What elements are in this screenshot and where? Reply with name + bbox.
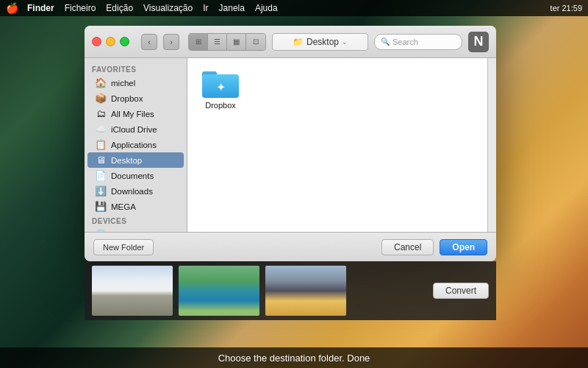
search-icon: 🔍 bbox=[381, 38, 390, 46]
cancel-button[interactable]: Cancel bbox=[381, 239, 434, 255]
menu-edicao[interactable]: Edição bbox=[106, 3, 133, 13]
file-item-dropbox[interactable]: ✦ Dropbox bbox=[195, 66, 246, 113]
applications-icon: 📋 bbox=[95, 139, 107, 150]
home-icon: 🏠 bbox=[95, 77, 107, 88]
location-chevron: ⌄ bbox=[342, 38, 348, 46]
main-area: Favorites 🏠 michel 📦 Dropbox 🗂 All My Fi… bbox=[85, 58, 496, 232]
dropbox-folder-icon: ✦ bbox=[202, 68, 239, 98]
convert-button[interactable]: Convert bbox=[433, 283, 489, 299]
sidebar-label-icloud-drive: iCloud Drive bbox=[111, 125, 157, 134]
new-folder-top-button[interactable]: N bbox=[468, 32, 489, 52]
sidebar-item-all-my-files[interactable]: 🗂 All My Files bbox=[87, 106, 184, 121]
column-view-button[interactable]: ▦ bbox=[227, 34, 246, 50]
sidebar-label-applications: Applications bbox=[111, 141, 157, 149]
favorites-label: Favorites bbox=[85, 63, 187, 75]
file-area: ✦ Dropbox bbox=[187, 58, 487, 232]
scrollbar[interactable] bbox=[487, 58, 496, 232]
search-placeholder: Search bbox=[392, 38, 418, 46]
sidebar-item-applications[interactable]: 📋 Applications bbox=[87, 137, 184, 152]
minimize-button[interactable] bbox=[106, 37, 115, 46]
documents-icon: 📄 bbox=[95, 170, 107, 181]
downloads-icon: ⬇️ bbox=[95, 185, 107, 197]
status-message: Choose the destination folder. Done bbox=[218, 353, 370, 364]
location-label: Desktop bbox=[306, 37, 339, 47]
maximize-button[interactable] bbox=[120, 37, 129, 46]
location-bar: 📁 Desktop ⌄ bbox=[272, 33, 368, 51]
thumbnail-mountain[interactable] bbox=[92, 266, 173, 316]
bottom-bar: New Folder Cancel Open bbox=[85, 232, 496, 261]
sidebar-item-desktop[interactable]: 🖥 Desktop bbox=[87, 152, 184, 168]
sidebar-item-documents[interactable]: 📄 Documents bbox=[87, 168, 184, 183]
menu-ir[interactable]: Ir bbox=[203, 3, 208, 13]
dropbox-folder-label: Dropbox bbox=[205, 101, 236, 110]
sidebar-item-icloud-drive[interactable]: ☁️ iCloud Drive bbox=[87, 121, 184, 137]
view-buttons: ⊞ ☰ ▦ ⊡ bbox=[188, 33, 266, 51]
open-button[interactable]: Open bbox=[440, 239, 487, 255]
list-view-button[interactable]: ☰ bbox=[208, 34, 227, 50]
sidebar-item-michel[interactable]: 🏠 michel bbox=[87, 75, 184, 91]
menubar-right: ter 21:59 bbox=[551, 4, 582, 13]
mega-icon: 💾 bbox=[95, 201, 107, 212]
sidebar-item-dropbox[interactable]: 📦 Dropbox bbox=[87, 91, 184, 106]
search-box[interactable]: 🔍 Search bbox=[374, 34, 462, 50]
new-folder-button[interactable]: New Folder bbox=[93, 239, 154, 255]
menu-ficheiro[interactable]: Ficheiro bbox=[65, 3, 96, 13]
coverflow-view-button[interactable]: ⊡ bbox=[246, 34, 265, 50]
desktop-icon: 🖥 bbox=[95, 155, 107, 166]
all-files-icon: 🗂 bbox=[95, 108, 107, 119]
forward-button[interactable]: › bbox=[163, 34, 179, 50]
sidebar-label-mega: MEGA bbox=[111, 202, 136, 211]
menu-ajuda[interactable]: Ajuda bbox=[255, 3, 278, 13]
icloud-icon: ☁️ bbox=[95, 124, 107, 135]
menu-finder[interactable]: Finder bbox=[27, 3, 54, 13]
menu-items: Finder Ficheiro Edição Visualização Ir J… bbox=[27, 3, 551, 13]
folder-icon: 📁 bbox=[293, 37, 304, 47]
dropbox-symbol: ✦ bbox=[216, 80, 226, 94]
sidebar-label-dropbox: Dropbox bbox=[111, 94, 143, 103]
icon-view-button[interactable]: ⊞ bbox=[189, 34, 208, 50]
traffic-lights bbox=[92, 37, 129, 46]
thumbnail-lake[interactable] bbox=[179, 266, 259, 316]
sidebar: Favorites 🏠 michel 📦 Dropbox 🗂 All My Fi… bbox=[85, 58, 187, 232]
menubar-time: ter 21:59 bbox=[551, 4, 582, 13]
devices-label: Devices bbox=[85, 214, 187, 227]
sidebar-item-mega[interactable]: 💾 MEGA bbox=[87, 199, 184, 214]
menu-janela[interactable]: Janela bbox=[219, 3, 245, 13]
thumbnails-bar: Convert bbox=[85, 261, 496, 320]
sidebar-label-all-my-files: All My Files bbox=[111, 110, 154, 118]
close-button[interactable] bbox=[92, 37, 101, 46]
back-button[interactable]: ‹ bbox=[141, 34, 157, 50]
bottom-actions: Cancel Open bbox=[381, 239, 487, 255]
dropbox-icon: 📦 bbox=[95, 93, 107, 104]
sidebar-item-downloads[interactable]: ⬇️ Downloads bbox=[87, 183, 184, 199]
sidebar-label-documents: Documents bbox=[111, 171, 154, 180]
finder-window: ‹ › ⊞ ☰ ▦ ⊡ 📁 Desktop ⌄ 🔍 Search N Favor… bbox=[85, 26, 496, 261]
sidebar-label-downloads: Downloads bbox=[111, 187, 153, 196]
menu-visualizacao[interactable]: Visualização bbox=[143, 3, 193, 13]
thumbnail-city[interactable] bbox=[265, 266, 346, 316]
status-bar: Choose the destination folder. Done bbox=[0, 347, 588, 368]
sidebar-label-michel: michel bbox=[111, 79, 135, 88]
apple-menu[interactable]: 🍎 bbox=[6, 2, 18, 14]
sidebar-item-remote-disc[interactable]: 💿 Remote Disc bbox=[87, 227, 184, 232]
menubar: 🍎 Finder Ficheiro Edição Visualização Ir… bbox=[0, 0, 588, 16]
finder-toolbar: ‹ › ⊞ ☰ ▦ ⊡ 📁 Desktop ⌄ 🔍 Search N bbox=[85, 26, 496, 58]
sidebar-label-desktop: Desktop bbox=[111, 156, 142, 165]
